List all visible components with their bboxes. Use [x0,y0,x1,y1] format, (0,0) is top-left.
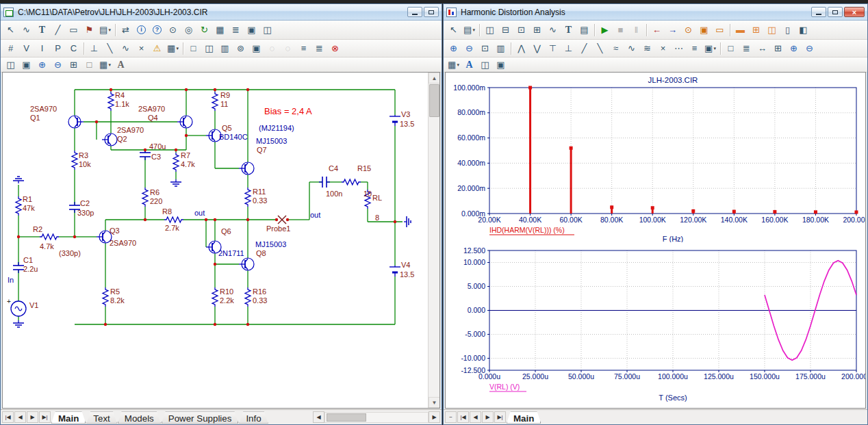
window-split-button[interactable]: ◫ [259,23,275,37]
waveform-mode-button[interactable]: ∿ [545,23,561,37]
component-V3[interactable] [390,115,400,126]
stop-button[interactable]: ■ [613,23,628,37]
tab-main[interactable]: Main [507,411,541,424]
target-mode-button[interactable]: ◎ [181,23,196,37]
pause-button[interactable]: ‖ [628,23,644,37]
scroll-right-button[interactable]: ▶ [429,411,440,423]
component-V1[interactable] [11,301,26,316]
text-mode-button[interactable]: T [34,23,50,37]
close-button[interactable]: × [844,7,865,17]
find-next-button[interactable]: ≣ [311,41,327,55]
scroll-down-button[interactable]: ▼ [429,397,440,408]
zoom-in-button[interactable]: ⊕ [446,41,461,55]
component-R6[interactable] [142,188,148,207]
node-voltages-button[interactable]: V [18,41,34,55]
search-view-button[interactable]: ⊚ [233,41,248,55]
mode-a-button[interactable]: ◌ [264,41,280,55]
page-next-button[interactable]: ▶ [482,411,494,423]
component-GND3[interactable] [404,216,411,227]
attribute-text-button[interactable]: A [113,57,129,72]
restore-button[interactable] [828,7,843,17]
panel-tall-button[interactable]: ▯ [780,23,795,37]
component-Q2[interactable] [102,133,117,146]
component-R9[interactable] [212,92,218,111]
layers-button[interactable]: ≣ [739,41,754,55]
folder-view-button[interactable]: ▥ [217,41,233,55]
component-GND2[interactable] [170,179,181,186]
panel-split-button[interactable]: ◫ [764,23,780,37]
cursor-right-button[interactable]: → [665,23,680,37]
scroll-up-button[interactable]: ▲ [429,73,440,83]
mode-b-button[interactable]: ◌ [280,41,296,55]
grid-select-button[interactable]: ▦▾ [446,57,461,72]
rectangle-mode-button[interactable]: ▭ [66,23,81,37]
component-R1[interactable] [16,196,21,216]
line-mode-button[interactable]: ╱ [50,23,66,37]
attribute-text-button[interactable]: A [461,57,477,72]
tile-vertical-button[interactable]: ◫ [482,23,498,37]
wave-button[interactable]: ∿ [624,41,639,55]
scroll-left-button[interactable]: ◀ [313,411,324,423]
tag-value-button[interactable]: ▣ [696,23,712,37]
component-Probe1[interactable] [278,216,286,224]
sheet-info-button[interactable]: ▣ [244,23,259,37]
overlay-plots-button[interactable]: ⊡ [513,23,529,37]
minimize-button[interactable] [811,7,826,17]
grid-select-button[interactable]: ▦▾ [97,57,113,72]
peak-button[interactable]: ⋀ [513,41,529,55]
component-R16[interactable] [245,287,251,307]
node-powers-button[interactable]: P [50,41,66,55]
component-Q8[interactable] [239,258,254,270]
grid-toggle-button[interactable]: ▦ [212,23,228,37]
flip-horizontal-button[interactable]: ⇄ [118,23,133,37]
component-R3[interactable] [72,151,77,170]
tile-horizontal-button[interactable]: ⊟ [498,23,513,37]
file-menu-button[interactable]: ▤▾ [461,23,477,37]
run-button[interactable]: ▶ [597,23,613,37]
copy-sheet-button[interactable]: ◫ [201,41,217,55]
horizontal-scrollbar-thumb[interactable] [327,413,366,422]
fall-button[interactable]: ╲ [592,41,608,55]
cross-tool-button[interactable]: × [133,41,149,55]
grid-menu-button[interactable]: ▦▾ [165,41,181,55]
span-button[interactable]: ↔ [754,41,770,55]
help-mode-button[interactable]: ? [149,23,165,37]
tab-power-supplies[interactable]: Power Supplies [162,411,239,424]
data-point-button[interactable]: ⊙ [680,23,696,37]
page-prev-button[interactable]: ◀ [14,411,26,423]
panel-top-button[interactable]: ▬ [732,23,748,37]
tab-models[interactable]: Models [118,411,161,424]
optimizer-button[interactable]: ⚠ [149,41,165,55]
cursor-left-button[interactable]: ← [649,23,665,37]
minimize-button[interactable] [407,7,422,17]
panel-grid-button[interactable]: ⊞ [748,23,764,37]
new-sheet-button[interactable]: □ [186,41,201,55]
component-C4[interactable] [319,177,330,188]
component-Q7[interactable] [239,162,254,175]
schematic-drawing[interactable]: R41.1k2SA970Q12SA970Q4R911Bias = 2,4 AV3… [3,73,430,407]
tab-main[interactable]: Main [51,411,86,424]
zoom-plot-button[interactable]: ⊞ [529,23,545,37]
component-R5[interactable] [103,287,108,307]
select-cursor-button[interactable]: ↖ [3,23,18,37]
measure-button[interactable]: ⊞ [770,41,786,55]
copy-page-button[interactable]: ◫ [3,57,18,72]
harmonic-distortion-chart[interactable]: 20.00K40.00K60.00K80.00K100.00K120.00K14… [446,73,866,242]
component-Q4[interactable] [177,116,192,128]
wave-source-button[interactable]: ∿ [118,41,133,55]
component-Q1[interactable] [68,116,84,128]
select-cursor-button[interactable]: ↖ [446,23,461,37]
page-first-button[interactable]: |◀ [457,411,469,423]
wire-mode-button[interactable]: ∿ [18,23,34,37]
tag-text-button[interactable]: ▭ [712,23,728,37]
vertical-scrollbar[interactable]: ▲ ▼ [428,73,439,408]
zoom-window-button[interactable]: ⊞ [66,57,81,72]
component-R10[interactable] [212,287,218,307]
info-mode-button[interactable]: i [133,23,149,37]
analysis-window-titlebar[interactable]: Harmonic Distortion Analysis × [444,4,867,21]
stop-analysis-button[interactable]: ⊗ [327,41,343,55]
zoom-fit-button[interactable]: ⊡ [477,41,493,55]
tab-text[interactable]: Text [86,411,116,424]
zoom-out-button[interactable]: ⊖ [461,41,477,55]
paste-view-button[interactable]: ▣ [493,57,509,72]
